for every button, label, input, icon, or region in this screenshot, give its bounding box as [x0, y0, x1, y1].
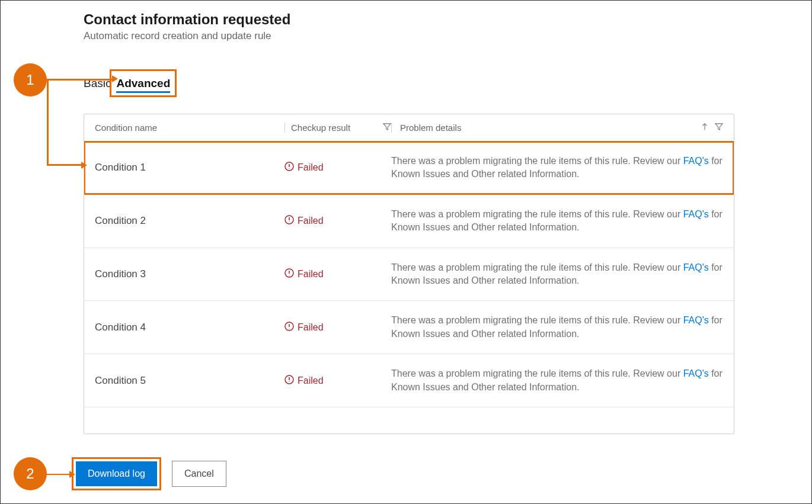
condition-name: Condition 5 — [95, 375, 284, 387]
result-text: Failed — [298, 269, 324, 280]
result-text: Failed — [298, 322, 324, 333]
tab-basic[interactable]: Basic — [84, 73, 111, 94]
error-icon — [284, 375, 294, 387]
callout-badge-1: 1 — [14, 63, 47, 97]
callout-connector — [47, 164, 81, 166]
tab-bar: Basic Advanced — [84, 69, 734, 97]
table-row[interactable]: Condition 3 Failed There was a problem m… — [84, 248, 734, 301]
column-problem-details[interactable]: Problem details — [391, 123, 723, 133]
condition-name: Condition 2 — [95, 215, 284, 227]
table-spacer — [84, 407, 734, 434]
column-result-label: Checkup result — [291, 123, 350, 133]
cancel-button[interactable]: Cancel — [172, 461, 226, 487]
callout-highlight-advanced: Advanced — [110, 69, 177, 97]
problem-details: There was a problem migrating the rule i… — [391, 155, 723, 181]
problem-details: There was a problem migrating the rule i… — [391, 208, 723, 235]
problem-details: There was a problem migrating the rule i… — [391, 314, 723, 341]
condition-name: Condition 4 — [95, 322, 284, 333]
details-pre: There was a problem migrating the rule i… — [391, 315, 683, 325]
condition-name: Condition 1 — [95, 162, 284, 174]
checkup-result: Failed — [284, 162, 391, 174]
arrowhead-icon — [112, 75, 118, 82]
faq-link[interactable]: FAQ's — [683, 262, 709, 272]
error-icon — [284, 268, 294, 280]
download-log-button[interactable]: Download log — [76, 461, 157, 486]
details-pre: There was a problem migrating the rule i… — [391, 209, 683, 219]
callout-connector — [47, 79, 49, 165]
checkup-result: Failed — [284, 322, 391, 333]
page-title: Contact information requested — [84, 11, 734, 28]
faq-link[interactable]: FAQ's — [683, 368, 709, 378]
faq-link[interactable]: FAQ's — [683, 156, 709, 166]
callout-connector — [47, 474, 71, 476]
page-subtitle: Automatic record creation and update rul… — [84, 30, 734, 42]
checkup-result: Failed — [284, 375, 391, 387]
details-pre: There was a problem migrating the rule i… — [391, 156, 683, 166]
condition-name: Condition 3 — [95, 268, 284, 280]
table-row[interactable]: Condition 2 Failed There was a problem m… — [84, 195, 734, 248]
faq-link[interactable]: FAQ's — [683, 209, 709, 219]
details-pre: There was a problem migrating the rule i… — [391, 368, 683, 378]
table-row[interactable]: Condition 4 Failed There was a problem m… — [84, 301, 734, 354]
column-condition-name[interactable]: Condition name — [95, 123, 284, 133]
column-checkup-result[interactable]: Checkup result — [284, 123, 391, 133]
checkup-result: Failed — [284, 268, 391, 280]
details-pre: There was a problem migrating the rule i… — [391, 262, 683, 272]
arrowhead-icon — [81, 162, 87, 169]
result-text: Failed — [298, 375, 324, 386]
conditions-table: Condition name Checkup result Problem de… — [84, 114, 734, 434]
filter-icon[interactable] — [383, 123, 391, 133]
callout-badge-2: 2 — [14, 457, 47, 490]
action-bar: Download log Cancel — [72, 457, 226, 490]
arrowhead-icon — [69, 471, 75, 478]
problem-details: There was a problem migrating the rule i… — [391, 367, 723, 394]
problem-details: There was a problem migrating the rule i… — [391, 261, 723, 288]
callout-highlight-download: Download log — [72, 457, 161, 490]
filter-icon[interactable] — [715, 123, 723, 133]
faq-link[interactable]: FAQ's — [683, 315, 709, 325]
result-text: Failed — [298, 216, 324, 226]
tab-advanced[interactable]: Advanced — [116, 73, 170, 93]
error-icon — [284, 322, 294, 333]
checkup-result: Failed — [284, 215, 391, 227]
callout-connector — [47, 79, 113, 81]
table-row[interactable]: Condition 1 Failed There was a problem m… — [84, 141, 734, 195]
column-details-label: Problem details — [400, 123, 461, 133]
error-icon — [284, 162, 294, 174]
result-text: Failed — [298, 162, 324, 173]
sort-icon[interactable] — [701, 123, 709, 133]
error-icon — [284, 215, 294, 227]
table-header: Condition name Checkup result Problem de… — [84, 114, 734, 142]
table-row[interactable]: Condition 5 Failed There was a problem m… — [84, 354, 734, 407]
